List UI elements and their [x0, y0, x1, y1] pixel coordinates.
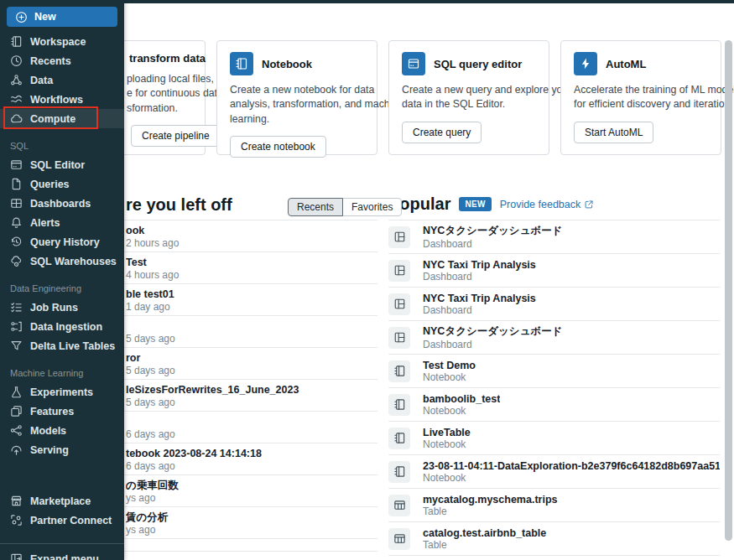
popular-item[interactable]: LiveTableNotebook — [388, 422, 720, 455]
popular-item[interactable]: NYCタクシーダッシュボードDashboard — [388, 220, 720, 254]
sidebar-item-alerts[interactable]: Alerts — [0, 213, 124, 232]
dashboard-tile-icon — [388, 327, 410, 349]
tab-recents[interactable]: Recents — [288, 198, 343, 216]
card-description-line: for efficient discovery and iteration. — [574, 97, 708, 111]
sidebar-item-sql-editor[interactable]: SQL Editor — [0, 155, 124, 174]
sidebar-item-label: Serving — [30, 444, 69, 456]
card-description: Create a new notebook for dataanalysis, … — [230, 83, 364, 127]
popular-item-text: NYC Taxi Trip AnalysisDashboard — [423, 259, 536, 283]
sidebar-item-expand-menu[interactable]: Expand menu — [0, 549, 124, 560]
sidebar-item-partner-connect[interactable]: Partner Connect — [0, 511, 124, 530]
start-automl-button[interactable]: Start AutoML — [574, 122, 653, 143]
card-description: Create a new query and explore yourdata … — [402, 83, 536, 112]
sidebar-item-label: Delta Live Tables — [30, 340, 115, 352]
popular-item-title: 23-08-11-04:11-DataExploration-b2e379f6c… — [423, 460, 720, 472]
left-section-heading: re you left off — [126, 195, 232, 215]
sidebar-item-label: Workspace — [30, 36, 86, 48]
card-description-line: ploading local files, — [127, 72, 192, 86]
popular-item-type: Dashboard — [423, 339, 563, 350]
popular-list: NYCタクシーダッシュボードDashboardNYC Taxi Trip Ana… — [388, 220, 720, 556]
sidebar-item-query-history[interactable]: Query History — [0, 232, 124, 251]
sidebar-item-data-ingestion[interactable]: Data Ingestion — [0, 317, 124, 336]
sidebar-item-recents[interactable]: Recents — [0, 51, 124, 70]
popular-item[interactable]: NYCタクシーダッシュボードDashboard — [388, 321, 720, 355]
sidebar-section-label: SQL — [0, 141, 124, 151]
dashboard-tile-icon — [388, 226, 410, 248]
create-pipeline-button[interactable]: Create pipeline — [131, 125, 221, 147]
sidebar-item-data[interactable]: Data — [0, 70, 124, 90]
card-description-line: Create a new notebook for data — [230, 83, 364, 97]
notebook-list-icon — [388, 428, 410, 449]
popular-item-type: Notebook — [423, 405, 500, 417]
card-description-line: analysis, transformation, and machine — [230, 97, 364, 111]
tab-favorites[interactable]: Favorites — [342, 198, 402, 216]
sidebar-item-job-runs[interactable]: Job Runs — [0, 298, 124, 317]
popular-item[interactable]: mycatalog.myschema.tripsTable — [388, 489, 720, 522]
card-description-line: learning. — [230, 112, 364, 127]
create-notebook-button[interactable]: Create notebook — [230, 136, 326, 158]
expand-menu-icon — [10, 552, 23, 560]
sidebar-item-models[interactable]: Models — [0, 421, 124, 440]
popular-item[interactable]: bamboolib_testNotebook — [388, 388, 720, 422]
sidebar-item-dashboards[interactable]: Dashboards — [0, 194, 124, 213]
card-description-line: Create a new query and explore your — [402, 83, 536, 97]
features-icon — [10, 405, 23, 417]
sidebar-item-queries[interactable]: Queries — [0, 174, 124, 194]
sidebar-item-features[interactable]: Features — [0, 402, 124, 421]
sidebar-group: SQLSQL EditorQueriesDashboardsAlertsQuer… — [0, 141, 124, 271]
popular-item[interactable]: NYC Taxi Trip AnalysisDashboard — [388, 254, 720, 288]
sidebar-item-experiments[interactable]: Experiments — [0, 382, 124, 402]
card-description-line: e for continuous data — [127, 86, 192, 101]
recent-item-title: ble test01 — [126, 288, 377, 301]
checklist-icon — [10, 301, 23, 314]
create-query-button[interactable]: Create query — [402, 122, 482, 143]
sidebar-nav: WorkspaceRecentsDataWorkflowsComputeSQLS… — [0, 32, 124, 530]
sidebar-item-label: Recents — [30, 55, 71, 67]
recent-item-title: tebook 2023-08-24 14:14:18 — [126, 447, 377, 460]
recent-item-timestamp: 1 day ago — [126, 301, 377, 314]
scrollbar-thumb[interactable] — [725, 40, 732, 541]
card-description-line: Accelerate the training of ML models — [574, 83, 708, 97]
page: transform dataploading local files,e for… — [0, 0, 734, 560]
sidebar-item-serving[interactable]: Serving — [0, 440, 124, 459]
sidebar-item-label: Dashboards — [30, 198, 91, 210]
sidebar: New WorkspaceRecentsDataWorkflowsCompute… — [0, 0, 124, 560]
sidebar-item-label: Queries — [30, 179, 70, 190]
sidebar-item-sql-warehouses[interactable]: SQL Warehouses — [0, 251, 124, 271]
sidebar-item-label: SQL Warehouses — [30, 256, 117, 267]
popular-item-type: Notebook — [423, 438, 471, 450]
popular-item[interactable]: Test DemoNotebook — [388, 355, 720, 388]
serving-icon — [10, 443, 23, 456]
popular-item[interactable]: NYC Taxi Trip AnalysisDashboard — [388, 288, 720, 321]
popular-item[interactable]: catalog.test.airbnb_tableTable — [388, 522, 720, 556]
sql-editor-icon — [10, 158, 23, 171]
sidebar-group: WorkspaceRecentsDataWorkflowsCompute — [0, 32, 124, 128]
popular-item[interactable]: 23-08-11-04:11-DataExploration-b2e379f6c… — [388, 455, 720, 489]
sidebar-item-workspace[interactable]: Workspace — [0, 32, 124, 51]
recent-item-timestamp: 2 hours ago — [126, 237, 377, 250]
popular-item-type: Table — [423, 539, 546, 551]
recent-item-timestamp: 6 days ago — [126, 460, 377, 473]
sidebar-item-delta-live-tables[interactable]: Delta Live Tables — [0, 336, 124, 355]
dashboard-tile-icon — [388, 293, 410, 315]
table-list-icon — [388, 495, 410, 516]
popular-item-title: bamboolib_test — [423, 393, 500, 405]
recent-item-timestamp: ys ago — [126, 492, 377, 505]
popular-item-text: NYCタクシーダッシュボードDashboard — [423, 324, 563, 350]
card-description-line: sformation. — [127, 101, 192, 116]
sidebar-item-workflows[interactable]: Workflows — [0, 90, 124, 109]
sidebar-item-compute[interactable]: Compute — [0, 109, 124, 128]
sidebar-footer: Expand menu — [0, 543, 124, 560]
popular-item-title: NYCタクシーダッシュボード — [423, 324, 563, 339]
provide-feedback-link[interactable]: Provide feedback — [500, 199, 595, 210]
sidebar-item-marketplace[interactable]: Marketplace — [0, 491, 124, 511]
sidebar-group: Machine LearningExperimentsFeaturesModel… — [0, 368, 124, 459]
card-description: Accelerate the training of ML modelsfor … — [574, 83, 708, 112]
popular-heading-row: Popular NEW Provide feedback — [388, 194, 594, 214]
card-title: AutoML — [606, 58, 646, 70]
popular-item-text: catalog.test.airbnb_tableTable — [423, 527, 546, 551]
recent-item-title: 賃の分析 — [126, 511, 377, 524]
bell-icon — [10, 216, 23, 229]
sql-editor-tile-icon — [402, 52, 425, 75]
new-button[interactable]: New — [7, 7, 117, 27]
